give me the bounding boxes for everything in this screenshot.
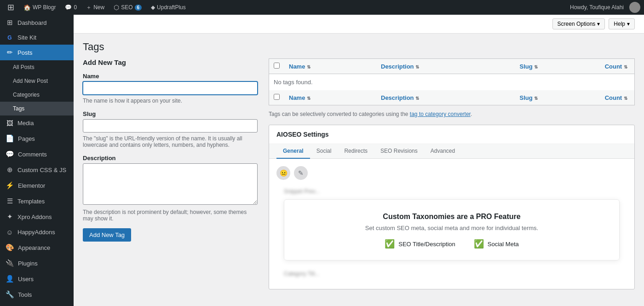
checkbox-all-col[interactable]	[269, 59, 285, 74]
comments-item[interactable]: 💬 0	[61, 0, 80, 15]
wp-logo-item[interactable]: ⊞	[4, 0, 18, 15]
two-column-layout: Add New Tag Name The name is how it appe…	[83, 58, 635, 289]
sidebar-item-plugins[interactable]: 🔌 Plugins	[0, 255, 74, 271]
aioseo-tab-general[interactable]: General	[276, 144, 310, 159]
aioseo-title: AIOSEO Settings	[269, 125, 634, 144]
sidebar-item-templates[interactable]: ☰ Templates	[0, 193, 74, 209]
tools-icon: 🔧	[6, 290, 14, 299]
sidebar-item-users[interactable]: 👤 Users	[0, 271, 74, 287]
pro-title: Custom Taxonomies are a PRO Feature	[295, 213, 608, 221]
sidebar-item-elementor[interactable]: ⚡ Elementor	[0, 178, 74, 193]
slug-footer-col[interactable]: Slug ⇅	[515, 90, 598, 105]
wp-icon: ⊞	[7, 2, 14, 12]
aioseo-tab-label: General	[283, 148, 304, 154]
sidebar-item-appearance[interactable]: 🎨 Appearance	[0, 240, 74, 255]
pro-feature-social: ✅ Social Meta	[474, 239, 519, 249]
pro-features: ✅ SEO Title/Description ✅ Social Meta	[295, 239, 608, 249]
seo-item[interactable]: ⬡ SEO 6	[110, 0, 145, 15]
content-header: Screen Options ▾ Help ▾	[74, 15, 644, 34]
sidebar-item-label: Comments	[18, 151, 47, 158]
name-footer-col[interactable]: Name ⇅	[284, 90, 376, 105]
site-name-item[interactable]: 🏠 WP Blogr	[20, 0, 59, 15]
select-all-footer-checkbox[interactable]	[274, 94, 280, 100]
tags-table: Name ⇅ Description ⇅ Slug ⇅	[269, 58, 635, 105]
screen-options-button[interactable]: Screen Options ▾	[552, 18, 605, 29]
count-sort-icon: ⇅	[624, 64, 627, 69]
site-icon: 🏠	[23, 4, 31, 11]
snippet-preview-blurred: Snippet Prev...	[276, 185, 627, 197]
help-button[interactable]: Help ▾	[609, 18, 635, 29]
sidebar-item-site-kit[interactable]: G Site Kit	[0, 30, 74, 45]
sidebar-item-pages[interactable]: 📄 Pages	[0, 131, 74, 146]
count-col-label: Count	[605, 63, 622, 70]
sidebar-item-label: Tools	[18, 291, 32, 298]
seo-label: SEO	[121, 4, 132, 11]
sidebar-item-comments[interactable]: 💬 Comments	[0, 146, 74, 162]
sidebar-item-happyaddons[interactable]: ☺ HappyAddons	[0, 225, 74, 240]
name-input[interactable]	[83, 81, 258, 95]
slug-hint: The "slug" is the URL-friendly version o…	[83, 135, 258, 148]
convert-prefix: Tags can be selectively converted to cat…	[269, 111, 408, 117]
desc-footer-col[interactable]: Description ⇅	[376, 90, 515, 105]
aioseo-icon-smiley[interactable]: 😐	[276, 166, 290, 180]
chevron-down-icon: ▾	[597, 21, 600, 27]
sidebar-item-xpro-addons[interactable]: ✦ Xpro Addons	[0, 209, 74, 225]
pro-feature-seo: ✅ SEO Title/Description	[385, 239, 455, 249]
aioseo-tab-redirects[interactable]: Redirects	[338, 144, 374, 159]
sidebar-item-media[interactable]: 🖼 Media	[0, 115, 74, 131]
add-new-tag-button[interactable]: Add New Tag	[83, 228, 131, 242]
new-item[interactable]: ＋ New	[82, 0, 108, 15]
updraftplus-label: UpdraftPlus	[157, 4, 186, 11]
aioseo-tab-label: SEO Revisions	[380, 148, 418, 154]
dashboard-icon: ⊞	[6, 18, 14, 27]
name-col-header[interactable]: Name ⇅	[284, 59, 376, 74]
description-hint: The description is not prominent by defa…	[83, 209, 258, 222]
sidebar-item-categories[interactable]: Categories	[0, 88, 74, 102]
description-label: Description	[83, 155, 258, 162]
screen-options-label: Screen Options	[558, 21, 596, 27]
description-col-header[interactable]: Description ⇅	[376, 59, 515, 74]
elementor-icon: ⚡	[6, 181, 14, 190]
aioseo-tab-label: Advanced	[431, 148, 455, 154]
sidebar: ⊞ Dashboard G Site Kit ✏ Posts All Posts…	[0, 15, 74, 306]
aioseo-icon-edit[interactable]: ✎	[294, 166, 308, 180]
help-label: Help	[614, 21, 625, 27]
add-tag-form: Add New Tag Name The name is how it appe…	[83, 58, 258, 289]
sidebar-item-label: Categories	[13, 92, 40, 98]
count-footer-sort-icon: ⇅	[624, 96, 627, 101]
aioseo-tab-seo-revisions[interactable]: SEO Revisions	[374, 144, 424, 159]
comment-icon: 💬	[65, 4, 72, 11]
description-textarea[interactable]	[83, 163, 258, 205]
pro-feature-social-label: Social Meta	[488, 241, 519, 248]
count-footer-col[interactable]: Count ⇅	[598, 90, 635, 105]
select-all-checkbox[interactable]	[274, 63, 280, 69]
sidebar-item-tools[interactable]: 🔧 Tools	[0, 287, 74, 302]
sidebar-item-posts[interactable]: ✏ Posts	[0, 45, 74, 60]
sidebar-item-all-posts[interactable]: All Posts	[0, 60, 74, 74]
avatar	[629, 2, 640, 13]
count-col-header[interactable]: Count ⇅	[598, 59, 635, 74]
sidebar-item-custom-css-js[interactable]: ⊕ Custom CSS & JS	[0, 162, 74, 178]
desc-footer-sort-icon: ⇅	[415, 96, 419, 101]
updraftplus-item[interactable]: ◆ UpdraftPlus	[147, 0, 190, 15]
users-icon: 👤	[6, 275, 14, 283]
slug-input[interactable]	[83, 119, 258, 133]
sidebar-item-label: Tags	[13, 105, 24, 112]
aioseo-tab-label: Redirects	[344, 148, 368, 154]
check-icon: ✅	[474, 239, 484, 249]
name-footer-label: Name	[289, 94, 305, 101]
sidebar-item-dashboard[interactable]: ⊞ Dashboard	[0, 15, 74, 30]
name-footer-sort-icon: ⇅	[307, 96, 310, 101]
comments-icon: 💬	[6, 150, 14, 158]
slug-col-header[interactable]: Slug ⇅	[515, 59, 598, 74]
sidebar-item-tags[interactable]: Tags	[0, 102, 74, 115]
checkbox-all-footer-col[interactable]	[269, 90, 285, 105]
aioseo-tabs: General Social Redirects SEO Revisions	[269, 144, 634, 159]
desc-sort-icon: ⇅	[415, 64, 419, 69]
aioseo-tab-advanced[interactable]: Advanced	[424, 144, 461, 159]
tag-to-category-link[interactable]: tag to category converter	[410, 111, 471, 117]
sidebar-item-add-new-post[interactable]: Add New Post	[0, 74, 74, 88]
posts-icon: ✏	[6, 48, 14, 57]
table-row: No tags found.	[269, 74, 635, 91]
aioseo-tab-social[interactable]: Social	[310, 144, 338, 159]
